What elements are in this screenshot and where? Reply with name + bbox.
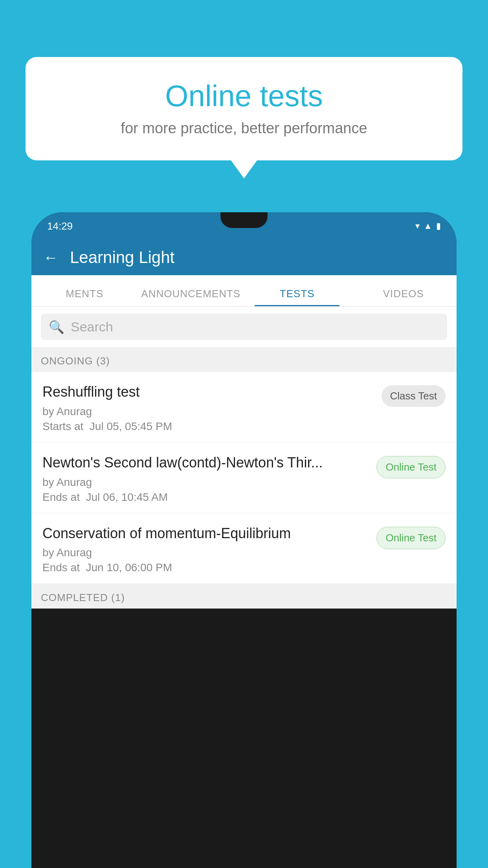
section-ongoing-header: ONGOING (3) <box>31 347 457 372</box>
battery-icon: ▮ <box>436 221 441 231</box>
test-badge-1: Class Test <box>382 385 446 407</box>
search-input-wrap[interactable]: 🔍 Search <box>41 314 447 340</box>
tabs-bar: MENTS ANNOUNCEMENTS TESTS VIDEOS <box>31 275 457 307</box>
search-bar-container: 🔍 Search <box>31 307 457 347</box>
test-name-1: Reshuffling test <box>42 383 375 401</box>
test-item[interactable]: Conservation of momentum-Equilibrium by … <box>31 513 457 584</box>
status-time: 14:29 <box>47 220 73 232</box>
app-bar: ← Learning Light <box>31 240 457 275</box>
back-button[interactable]: ← <box>43 249 58 266</box>
tab-announcements[interactable]: ANNOUNCEMENTS <box>138 288 244 306</box>
tab-tests[interactable]: TESTS <box>244 288 350 306</box>
test-name-2: Newton's Second law(contd)-Newton's Thir… <box>42 454 370 472</box>
status-bar: 14:29 ▾ ▲ ▮ <box>31 212 457 240</box>
search-icon: 🔍 <box>49 320 64 335</box>
tab-ments[interactable]: MENTS <box>31 288 138 306</box>
test-author-3: by Anurag <box>42 546 370 559</box>
test-date-1: Starts at Jul 05, 05:45 PM <box>42 420 375 433</box>
test-badge-2: Online Test <box>376 456 446 478</box>
wifi-icon: ▾ <box>415 221 420 231</box>
signal-icon: ▲ <box>424 221 432 231</box>
test-info-3: Conservation of momentum-Equilibrium by … <box>42 524 376 574</box>
search-placeholder: Search <box>71 319 113 335</box>
test-info-2: Newton's Second law(contd)-Newton's Thir… <box>42 454 376 504</box>
section-completed-header: COMPLETED (1) <box>31 584 457 609</box>
tab-videos[interactable]: VIDEOS <box>350 288 457 306</box>
test-item[interactable]: Newton's Second law(contd)-Newton's Thir… <box>31 443 457 513</box>
test-date-3: Ends at Jun 10, 06:00 PM <box>42 561 370 574</box>
bubble-subtitle: for more practice, better performance <box>49 120 439 137</box>
bubble-title: Online tests <box>49 79 439 113</box>
test-badge-3: Online Test <box>376 527 446 549</box>
test-item[interactable]: Reshuffling test by Anurag Starts at Jul… <box>31 372 457 443</box>
test-name-3: Conservation of momentum-Equilibrium <box>42 524 370 543</box>
speech-bubble: Online tests for more practice, better p… <box>26 57 462 160</box>
phone-notch <box>220 212 268 228</box>
app-title: Learning Light <box>70 248 174 267</box>
test-author-1: by Anurag <box>42 405 375 418</box>
phone-frame: 14:29 ▾ ▲ ▮ ← Learning Light MENTS ANNOU… <box>31 212 457 868</box>
test-date-2: Ends at Jul 06, 10:45 AM <box>42 491 370 504</box>
test-author-2: by Anurag <box>42 476 370 489</box>
status-icons: ▾ ▲ ▮ <box>415 221 441 231</box>
app-content: 🔍 Search ONGOING (3) Reshuffling test by… <box>31 307 457 609</box>
test-info-1: Reshuffling test by Anurag Starts at Jul… <box>42 383 382 433</box>
